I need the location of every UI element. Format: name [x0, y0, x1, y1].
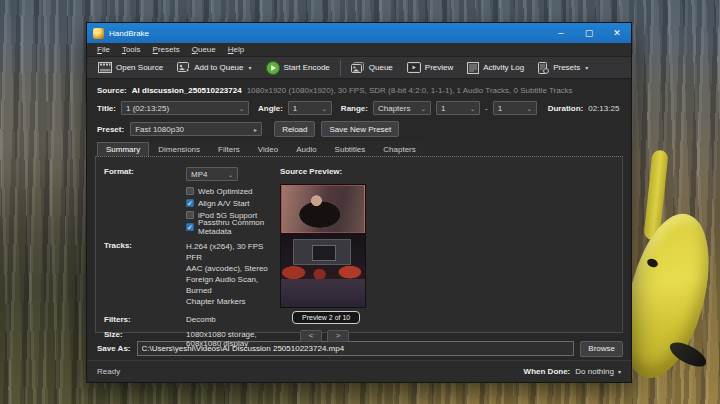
preview-icon — [407, 62, 421, 73]
queue-button[interactable]: Queue — [344, 57, 400, 78]
maximize-button[interactable]: ▢ — [575, 23, 603, 43]
window-title: HandBrake — [109, 29, 547, 38]
queue-label: Queue — [369, 63, 393, 72]
handbrake-logo-icon — [93, 28, 104, 39]
add-to-queue-label: Add to Queue — [194, 63, 243, 72]
chevron-down-icon: ⌄ — [228, 171, 233, 178]
chevron-down-icon: ⌄ — [239, 105, 244, 112]
chevron-down-icon: ⌄ — [527, 105, 532, 112]
duration-label: Duration: — [548, 104, 584, 113]
title-label: Title: — [97, 104, 116, 113]
minimize-button[interactable]: – — [547, 23, 575, 43]
duration-value: 02:13:25 — [588, 104, 619, 113]
preview-nav: < > — [300, 330, 349, 342]
preview-webcam-section — [281, 185, 365, 233]
preview-next-button[interactable]: > — [327, 330, 349, 342]
checkbox-icon: ✓ — [186, 223, 194, 231]
menu-help[interactable]: Help — [222, 45, 250, 54]
tab-chapters[interactable]: Chapters — [374, 142, 424, 156]
preview-prev-button[interactable]: < — [300, 330, 322, 342]
open-source-label: Open Source — [116, 63, 163, 72]
chevron-down-icon: ▾ — [618, 368, 621, 375]
checkbox-icon: ✓ — [186, 199, 194, 207]
toolbar: Open Source Add to Queue ▾ Start Encode — [87, 57, 631, 79]
activity-log-icon — [467, 62, 479, 74]
tab-container: Summary Dimensions Filters Video Audio S… — [95, 142, 623, 333]
menu-tools[interactable]: Tools — [116, 45, 147, 54]
summary-left-column: Format: MP4 ⌄ ✓ Web Optimized ✓ — [104, 167, 274, 352]
tab-video[interactable]: Video — [249, 142, 287, 156]
close-button[interactable]: ✕ — [603, 23, 631, 43]
source-row: Source: AI discussion_250510223724 1080x… — [87, 82, 631, 98]
chevron-down-icon: ⌄ — [470, 105, 475, 112]
tab-dimensions[interactable]: Dimensions — [149, 142, 209, 156]
range-type-select[interactable]: Chapters ⌄ — [373, 101, 431, 115]
presets-label: Presets — [553, 63, 580, 72]
size-label: Size: — [104, 330, 186, 348]
checkbox-icon: ✓ — [186, 187, 194, 195]
tab-filters[interactable]: Filters — [209, 142, 249, 156]
chevron-down-icon: ▾ — [249, 64, 252, 71]
title-select[interactable]: 1 (02:13:25) ⌄ — [121, 101, 249, 115]
tab-summary[interactable]: Summary — [97, 142, 149, 156]
title-row: Title: 1 (02:13:25) ⌄ Angle: 1 ⌄ Range: … — [87, 98, 631, 118]
when-done-control: When Done: Do nothing ▾ — [524, 367, 621, 376]
tab-strip: Summary Dimensions Filters Video Audio S… — [97, 142, 623, 156]
range-separator: - — [485, 104, 488, 113]
browse-button[interactable]: Browse — [580, 341, 623, 357]
when-done-dropdown[interactable]: Do nothing ▾ — [575, 367, 621, 376]
start-encode-button[interactable]: Start Encode — [259, 57, 337, 78]
web-optimized-checkbox[interactable]: ✓ Web Optimized — [186, 185, 274, 197]
angle-select[interactable]: 1 ⌄ — [288, 101, 332, 115]
arrow-right-icon: ▸ — [254, 126, 257, 133]
menu-queue[interactable]: Queue — [186, 45, 222, 54]
range-to-select[interactable]: 1 ⌄ — [493, 101, 537, 115]
size-value: 1080x1080 storage, 608x1080 display — [186, 330, 274, 348]
presets-button[interactable]: Presets ▾ — [531, 57, 595, 78]
source-preview-column: Source Preview: Preview 2 of 10 < > — [280, 167, 390, 342]
activity-log-button[interactable]: Activity Log — [460, 57, 531, 78]
source-filename: AI discussion_250510223724 — [132, 86, 242, 95]
source-details: 1080x1920 (1080x1920), 30 FPS, SDR (8-bi… — [247, 86, 573, 95]
source-preview-label: Source Preview: — [280, 167, 342, 176]
source-label: Source: — [97, 86, 127, 95]
handbrake-window: HandBrake – ▢ ✕ File Tools Presets Queue… — [86, 22, 632, 383]
menu-file[interactable]: File — [91, 45, 116, 54]
summary-panel: Format: MP4 ⌄ ✓ Web Optimized ✓ — [95, 156, 623, 333]
preview-button[interactable]: Preview — [400, 57, 460, 78]
preview-screenshot-section — [281, 233, 365, 279]
tab-subtitles[interactable]: Subtitles — [326, 142, 375, 156]
main-content: Source: AI discussion_250510223724 1080x… — [87, 79, 631, 382]
add-to-queue-icon — [177, 62, 190, 73]
format-select[interactable]: MP4 ⌄ — [186, 167, 238, 181]
status-text: Ready — [97, 367, 524, 376]
tracks-label: Tracks: — [104, 241, 186, 250]
when-done-label: When Done: — [524, 367, 571, 376]
queue-icon — [351, 62, 365, 74]
add-to-queue-button[interactable]: Add to Queue ▾ — [170, 57, 258, 78]
open-source-button[interactable]: Open Source — [91, 57, 170, 78]
preview-count-badge: Preview 2 of 10 — [292, 311, 360, 324]
range-from-select[interactable]: 1 ⌄ — [436, 101, 480, 115]
filters-label: Filters: — [104, 315, 186, 324]
preset-label: Preset: — [97, 125, 124, 134]
film-strip-icon — [98, 62, 112, 73]
preview-bottom-section — [281, 279, 365, 307]
preset-select[interactable]: Fast 1080p30 ▸ — [130, 122, 262, 136]
passthru-metadata-checkbox[interactable]: ✓ Passthru Common Metadata — [186, 221, 274, 233]
align-av-start-checkbox[interactable]: ✓ Align A/V Start — [186, 197, 274, 209]
tracks-value: H.264 (x264), 30 FPS PFR AAC (avcodec), … — [186, 241, 274, 307]
preset-row: Preset: Fast 1080p30 ▸ Reload Save New P… — [87, 118, 631, 140]
reload-button[interactable]: Reload — [274, 121, 315, 137]
format-label: Format: — [104, 167, 186, 181]
preview-image — [280, 184, 366, 308]
title-bar[interactable]: HandBrake – ▢ ✕ — [87, 23, 631, 43]
activity-log-label: Activity Log — [483, 63, 524, 72]
angle-label: Angle: — [258, 104, 283, 113]
tab-audio[interactable]: Audio — [287, 142, 325, 156]
menu-presets[interactable]: Presets — [147, 45, 186, 54]
start-encode-play-icon — [266, 61, 280, 75]
save-new-preset-button[interactable]: Save New Preset — [321, 121, 399, 137]
chevron-down-icon: ⌄ — [421, 105, 426, 112]
chevron-down-icon: ▾ — [585, 64, 588, 71]
